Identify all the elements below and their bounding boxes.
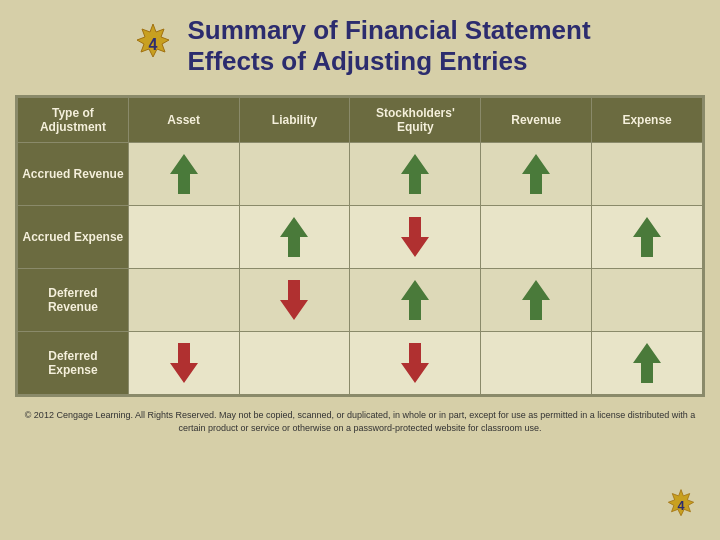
cell-revenue [481,332,592,395]
svg-marker-2 [170,154,198,194]
adjusting-entries-table: Type ofAdjustment Asset Liability Stockh… [15,95,705,397]
cell-equity [350,332,481,395]
svg-marker-5 [280,217,308,257]
cell-equity [350,269,481,332]
header-type: Type ofAdjustment [18,98,129,143]
cell-asset [128,332,239,395]
header-expense: Expense [592,98,703,143]
bottom-badge-icon: 4 [662,488,700,530]
cell-asset [128,206,239,269]
cell-liability [239,206,350,269]
cell-expense [592,206,703,269]
table-row: Deferred Expense [18,332,703,395]
header-equity: Stockholders'Equity [350,98,481,143]
svg-marker-10 [522,280,550,320]
header-asset: Asset [128,98,239,143]
svg-marker-4 [522,154,550,194]
badge-icon: 4 [129,22,177,70]
page-title: Summary of Financial Statement Effects o… [187,15,590,77]
row-label: Accrued Revenue [18,143,129,206]
cell-liability [239,332,350,395]
table-header-row: Type ofAdjustment Asset Liability Stockh… [18,98,703,143]
header-liability: Liability [239,98,350,143]
cell-liability [239,143,350,206]
svg-text:4: 4 [149,36,158,53]
svg-marker-8 [280,280,308,320]
svg-text:4: 4 [677,499,684,513]
svg-marker-9 [401,280,429,320]
cell-expense [592,143,703,206]
page-container: 4 Summary of Financial Statement Effects… [0,0,720,540]
footer-text: © 2012 Cengage Learning. All Rights Rese… [20,409,700,434]
svg-marker-6 [401,217,429,257]
svg-marker-11 [170,343,198,383]
cell-equity [350,143,481,206]
cell-asset [128,143,239,206]
svg-marker-12 [401,343,429,383]
svg-marker-7 [633,217,661,257]
cell-equity [350,206,481,269]
cell-expense [592,332,703,395]
table-row: Accrued Revenue [18,143,703,206]
table-row: Deferred Revenue [18,269,703,332]
row-label: Accrued Expense [18,206,129,269]
row-label: Deferred Revenue [18,269,129,332]
cell-revenue [481,143,592,206]
cell-revenue [481,206,592,269]
cell-liability [239,269,350,332]
table-row: Accrued Expense [18,206,703,269]
svg-marker-13 [633,343,661,383]
cell-expense [592,269,703,332]
title-section: 4 Summary of Financial Statement Effects… [129,15,590,77]
cell-revenue [481,269,592,332]
svg-marker-3 [401,154,429,194]
cell-asset [128,269,239,332]
row-label: Deferred Expense [18,332,129,395]
header-revenue: Revenue [481,98,592,143]
